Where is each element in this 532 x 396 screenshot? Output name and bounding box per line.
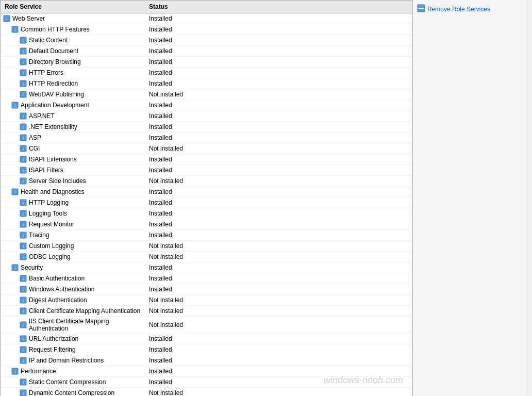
table-row[interactable]: ↓ Windows AuthenticationInstalled <box>1 284 412 295</box>
leaf-icon: ↓ <box>19 177 27 185</box>
row-name: Security <box>21 264 43 271</box>
leaf-icon: ↓ <box>19 321 27 329</box>
row-name: .NET Extensibility <box>29 123 77 130</box>
svg-text:↓: ↓ <box>14 369 16 374</box>
svg-rect-89 <box>419 8 424 9</box>
svg-text:↓: ↓ <box>22 71 24 75</box>
folder-icon: ↓ <box>11 25 19 34</box>
leaf-icon: ↓ <box>19 389 27 396</box>
table-row[interactable]: ↓ SecurityInstalled <box>1 262 412 273</box>
leaf-icon: ↓ <box>19 285 27 293</box>
row-status: Installed <box>145 155 412 163</box>
row-status: Installed <box>145 25 412 34</box>
table-row[interactable]: ↓ Application DevelopmentInstalled <box>1 100 412 111</box>
row-name: Basic Authentication <box>29 275 85 282</box>
table-row[interactable]: ↓ TracingInstalled <box>1 230 412 241</box>
row-name: URL Authorization <box>29 335 78 342</box>
leaf-icon: ↓ <box>19 199 27 207</box>
table-body: ↓ Web ServerInstalled ↓ Common HTTP Feat… <box>1 13 412 396</box>
table-row[interactable]: ↓ HTTP LoggingInstalled <box>1 197 412 208</box>
svg-text:↓: ↓ <box>22 201 24 205</box>
svg-text:↓: ↓ <box>14 190 16 194</box>
row-status: Installed <box>145 58 412 66</box>
row-name: Performance <box>21 368 56 375</box>
table-row[interactable]: ↓ Default DocumentInstalled <box>1 46 412 57</box>
svg-text:↓: ↓ <box>22 380 24 385</box>
table-row[interactable]: ↓ Dynamic Content CompressionNot install… <box>1 388 412 396</box>
svg-text:↓: ↓ <box>22 92 24 97</box>
leaf-icon: ↓ <box>19 112 27 120</box>
row-status: Not installed <box>145 296 412 304</box>
table-row[interactable]: ↓ HTTP RedirectionInstalled <box>1 78 412 89</box>
table-row[interactable]: ↓ .NET ExtensibilityInstalled <box>1 122 412 133</box>
table-row[interactable]: ↓ IP and Domain RestrictionsInstalled <box>1 355 412 366</box>
minus-icon <box>417 4 425 14</box>
table-row[interactable]: ↓ ISAPI FiltersInstalled <box>1 165 412 176</box>
table-row[interactable]: ↓ Request MonitorInstalled <box>1 219 412 230</box>
row-status: Installed <box>145 199 412 207</box>
table-row[interactable]: ↓ Common HTTP FeaturesInstalled <box>1 24 412 35</box>
table-row[interactable]: ↓ WebDAV PublishingNot installed <box>1 89 412 100</box>
row-status: Installed <box>145 134 412 142</box>
leaf-icon: ↓ <box>19 79 27 88</box>
table-row[interactable]: ↓ CGINot installed <box>1 143 412 154</box>
row-name: Windows Authentication <box>29 286 94 293</box>
table-row[interactable]: ↓ Request FilteringInstalled <box>1 344 412 355</box>
table-row[interactable]: ↓ Client Certificate Mapping Authenticat… <box>1 306 412 317</box>
table-row[interactable]: ↓ ASPInstalled <box>1 133 412 143</box>
leaf-icon: ↓ <box>19 209 27 218</box>
row-name: Request Filtering <box>29 346 76 353</box>
table-row[interactable]: ↓ Digest AuthenticationNot installed <box>1 295 412 306</box>
folder-icon: ↓ <box>11 263 19 272</box>
leaf-icon: ↓ <box>19 166 27 174</box>
row-name: HTTP Logging <box>29 199 69 206</box>
table-row[interactable]: ↓ Health and DiagnosticsInstalled <box>1 187 412 197</box>
remove-role-services-label: Remove Role Services <box>427 6 490 13</box>
svg-text:↓: ↓ <box>22 391 24 395</box>
row-status: Installed <box>145 285 412 293</box>
table-row[interactable]: ↓ Web ServerInstalled <box>1 13 412 24</box>
remove-role-services-link[interactable]: Remove Role Services <box>417 4 522 14</box>
row-status: Installed <box>145 356 412 365</box>
table-row[interactable]: ↓ IIS Client Certificate Mapping Authent… <box>1 317 412 334</box>
leaf-icon: ↓ <box>19 378 27 386</box>
row-name: ISAPI Filters <box>29 167 63 174</box>
table-row[interactable]: ↓ Logging ToolsInstalled <box>1 208 412 219</box>
svg-text:↓: ↓ <box>22 211 24 216</box>
row-status: Installed <box>145 335 412 343</box>
svg-text:↓: ↓ <box>22 114 24 119</box>
table-row[interactable]: ↓ Directory BrowsingInstalled <box>1 57 412 68</box>
table-row[interactable]: ↓ ODBC LoggingNot installed <box>1 252 412 262</box>
table-row[interactable]: ↓ Custom LoggingNot installed <box>1 241 412 252</box>
folder-icon: ↓ <box>11 101 19 109</box>
leaf-icon: ↓ <box>19 335 27 343</box>
row-name: IP and Domain Restrictions <box>29 357 104 364</box>
row-name: Request Monitor <box>29 221 74 228</box>
svg-text:↓: ↓ <box>22 38 24 43</box>
row-name: CGI <box>29 145 40 152</box>
svg-text:↓: ↓ <box>22 222 24 227</box>
row-status: Installed <box>145 14 412 23</box>
table-row[interactable]: ↓ PerformanceInstalled <box>1 366 412 377</box>
leaf-icon: ↓ <box>19 69 27 77</box>
row-status: Installed <box>145 166 412 174</box>
svg-text:↓: ↓ <box>14 103 16 108</box>
table-row[interactable]: ↓ Static ContentInstalled <box>1 35 412 46</box>
svg-text:↓: ↓ <box>22 323 24 327</box>
table-row[interactable]: ↓ Server Side IncludesNot installed <box>1 176 412 187</box>
leaf-icon: ↓ <box>19 345 27 354</box>
table-row[interactable]: ↓ URL AuthorizationInstalled <box>1 334 412 344</box>
table-row[interactable]: ↓ HTTP ErrorsInstalled <box>1 68 412 78</box>
row-name: Static Content <box>29 37 68 44</box>
table-row[interactable]: ↓ Static Content CompressionInstalled <box>1 377 412 388</box>
row-name: Application Development <box>21 102 89 109</box>
table-row[interactable]: ↓ ASP.NETInstalled <box>1 111 412 122</box>
table-row[interactable]: ↓ Basic AuthenticationInstalled <box>1 273 412 284</box>
row-status: Installed <box>145 367 412 375</box>
table-row[interactable]: ↓ ISAPI ExtensionsInstalled <box>1 154 412 165</box>
row-status: Installed <box>145 274 412 283</box>
row-name: Static Content Compression <box>29 378 106 386</box>
row-status: Not installed <box>145 242 412 250</box>
col-status-header: Status <box>145 2 412 11</box>
leaf-icon: ↓ <box>19 356 27 365</box>
